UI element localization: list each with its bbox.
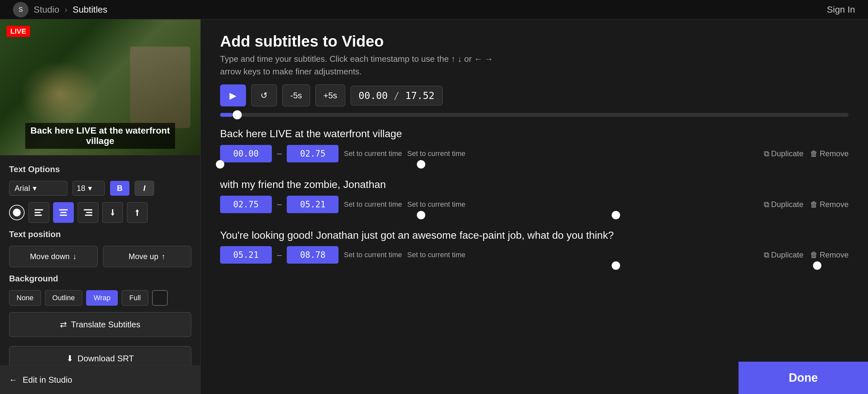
svg-marker-10 — [111, 214, 114, 216]
subtitle-end-time-0[interactable]: 02.75 — [287, 145, 339, 162]
content-header: Add subtitles to Video Type and time you… — [200, 20, 868, 85]
svg-rect-3 — [59, 209, 68, 210]
play-button[interactable]: ▶ — [220, 85, 246, 106]
set-start-time-link-1[interactable]: Set to current time — [344, 200, 402, 209]
breadcrumb: Studio › Subtitles — [34, 4, 107, 15]
align-right-button[interactable] — [78, 202, 98, 223]
subtitle-item: with my friend the zombie, Jonathan 02.7… — [220, 177, 848, 215]
current-time-display: 00.00 / 17.52 — [350, 86, 443, 105]
remove-button-2[interactable]: 🗑 Remove — [810, 250, 848, 259]
time-dash-1: – — [277, 199, 282, 209]
text-valign-top-button[interactable] — [102, 202, 123, 223]
text-options-title: Text Options — [9, 164, 191, 174]
text-position-title: Text position — [9, 229, 191, 239]
sign-in-button[interactable]: Sign In — [827, 4, 855, 15]
set-end-time-link-0[interactable]: Set to current time — [407, 150, 465, 158]
breadcrumb-area: S Studio › Subtitles — [13, 2, 107, 18]
subtitle-text-1: with my friend the zombie, Jonathan — [220, 177, 848, 192]
page-title: Add subtitles to Video — [220, 32, 848, 50]
subtitle-end-time-1[interactable]: 05.21 — [287, 196, 339, 213]
done-area: Done — [739, 362, 868, 394]
subtitle-start-time-0[interactable]: 00.00 — [220, 145, 272, 162]
svg-rect-2 — [35, 215, 42, 216]
set-start-time-link-2[interactable]: Set to current time — [344, 251, 402, 259]
timeline-bar[interactable] — [220, 113, 848, 117]
remove-icon-0: 🗑 — [810, 149, 818, 158]
svg-marker-12 — [135, 209, 139, 211]
svg-rect-11 — [136, 211, 138, 216]
duplicate-icon-1: ⧉ — [764, 200, 769, 209]
bg-none-button[interactable]: None — [9, 290, 41, 306]
subtitle-item: You're looking good! Jonathan just got a… — [220, 228, 848, 266]
left-panel-controls: Text Options Arial ▾ 18 ▾ B I — [0, 155, 200, 365]
font-size-select[interactable]: 18 ▾ — [72, 181, 105, 196]
replay-button[interactable]: ↺ — [251, 85, 277, 106]
duplicate-icon-0: ⧉ — [764, 149, 769, 158]
done-button[interactable]: Done — [739, 362, 868, 394]
video-subtitle-text: Back here LIVE at the waterfront village — [25, 123, 175, 149]
svg-rect-6 — [84, 209, 92, 210]
move-down-button[interactable]: Move down ↓ — [9, 246, 98, 267]
move-down-icon: ↓ — [73, 252, 77, 261]
range-thumb-start-0[interactable] — [216, 160, 224, 168]
move-row: Move down ↓ Move up ↑ — [9, 246, 191, 267]
range-thumb-end-1[interactable] — [612, 211, 620, 219]
text-valign-bottom-button[interactable] — [127, 202, 148, 223]
edit-in-studio-icon: ← — [9, 375, 18, 385]
align-center-button[interactable] — [53, 202, 74, 223]
subtitle-actions-1: ⧉ Duplicate 🗑 Remove — [764, 200, 848, 209]
top-bar: S Studio › Subtitles Sign In — [0, 0, 868, 20]
translate-icon: ⇄ — [60, 320, 67, 330]
subtitle-end-time-2[interactable]: 08.78 — [287, 246, 339, 264]
timeline-thumb[interactable] — [233, 110, 242, 119]
svg-rect-1 — [35, 212, 41, 213]
text-color-button[interactable] — [9, 205, 25, 220]
download-srt-button[interactable]: ⬇ Download SRT — [9, 346, 191, 365]
remove-button-0[interactable]: 🗑 Remove — [810, 149, 848, 158]
italic-button[interactable]: I — [135, 181, 154, 196]
bold-button[interactable]: B — [110, 181, 129, 196]
range-thumb-start-2[interactable] — [612, 261, 620, 270]
subtitle-start-time-1[interactable]: 02.75 — [220, 196, 272, 213]
remove-icon-1: 🗑 — [810, 200, 818, 209]
svg-rect-8 — [85, 215, 92, 216]
set-start-time-link-0[interactable]: Set to current time — [344, 150, 402, 158]
chevron-down-icon: ▾ — [33, 184, 37, 193]
set-end-time-link-1[interactable]: Set to current time — [407, 200, 465, 209]
range-thumb-start-1[interactable] — [417, 211, 425, 219]
move-up-icon: ↑ — [161, 252, 165, 261]
duplicate-button-1[interactable]: ⧉ Duplicate — [764, 200, 804, 209]
bg-full-button[interactable]: Full — [122, 290, 148, 306]
skip-back-button[interactable]: -5s — [282, 85, 310, 106]
align-left-button[interactable] — [29, 202, 49, 223]
font-family-select[interactable]: Arial ▾ — [9, 181, 67, 196]
subtitle-start-time-2[interactable]: 05.21 — [220, 246, 272, 264]
chevron-down-icon: ▾ — [88, 184, 92, 193]
move-up-button[interactable]: Move up ↑ — [103, 246, 192, 267]
set-end-time-link-2[interactable]: Set to current time — [407, 251, 465, 259]
video-preview: LIVE Back here LIVE at the waterfront vi… — [0, 20, 200, 155]
remove-button-1[interactable]: 🗑 Remove — [810, 200, 848, 209]
duplicate-button-2[interactable]: ⧉ Duplicate — [764, 250, 804, 259]
bg-color-swatch[interactable] — [152, 290, 168, 306]
play-icon: ▶ — [229, 90, 237, 101]
bg-outline-button[interactable]: Outline — [45, 290, 83, 306]
translate-subtitles-button[interactable]: ⇄ Translate Subtitles — [9, 312, 191, 337]
svg-rect-0 — [35, 209, 43, 210]
range-thumb-end-2[interactable] — [813, 261, 822, 270]
svg-rect-7 — [86, 212, 92, 213]
subtitle-controls-2: 05.21 – 08.78 Set to current time Set to… — [220, 246, 848, 266]
skip-forward-button[interactable]: +5s — [315, 85, 345, 106]
bg-wrap-button[interactable]: Wrap — [86, 290, 118, 306]
download-icon: ⬇ — [66, 354, 73, 364]
subtitle-text-2: You're looking good! Jonathan just got a… — [220, 228, 848, 242]
range-thumb-end-0[interactable] — [417, 160, 425, 168]
subtitle-text-0: Back here LIVE at the waterfront village — [220, 127, 848, 141]
edit-in-studio-button[interactable]: ← Edit in Studio — [0, 365, 200, 394]
page-subtitle: Type and time your subtitles. Click each… — [220, 53, 848, 78]
subtitles-list: Back here LIVE at the waterfront village… — [200, 127, 868, 394]
subtitle-actions-2: ⧉ Duplicate 🗑 Remove — [764, 250, 848, 259]
background-row: None Outline Wrap Full — [9, 290, 191, 306]
duplicate-button-0[interactable]: ⧉ Duplicate — [764, 149, 804, 158]
background-title: Background — [9, 274, 191, 284]
